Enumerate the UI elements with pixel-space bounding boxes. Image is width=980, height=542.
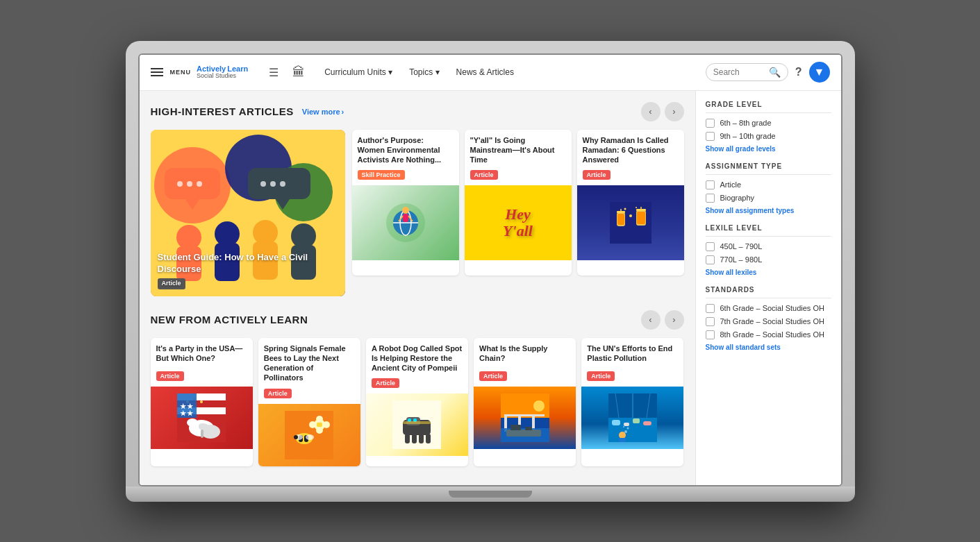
hi-article-img-0 bbox=[352, 185, 459, 260]
new-article-card-4[interactable]: The UN's Efforts to End Plastic Pollutio… bbox=[581, 338, 683, 466]
news-articles-link[interactable]: News & Articles bbox=[449, 63, 521, 81]
grade-6-8-checkbox[interactable] bbox=[706, 119, 715, 128]
svg-rect-102 bbox=[624, 423, 629, 426]
hamburger-menu-button[interactable] bbox=[151, 68, 163, 76]
new-article-img-2 bbox=[366, 393, 468, 456]
lexile-level-filter: LEXILE LEVEL 450L – 790L 770L – 980L Sho… bbox=[706, 224, 831, 276]
svg-rect-9 bbox=[248, 168, 310, 199]
new-article-title-3: What Is the Supply Chain? bbox=[479, 344, 570, 366]
standards-title: STANDARDS bbox=[706, 286, 831, 298]
hero-article-card[interactable]: Student Guide: How to Have a Civil Disco… bbox=[151, 130, 345, 296]
hero-image: Student Guide: How to Have a Civil Disco… bbox=[151, 130, 345, 296]
new-prev-button[interactable]: ‹ bbox=[641, 310, 661, 330]
hi-article-title-2: Why Ramadan Is Called Ramadan: 6 Questio… bbox=[583, 135, 679, 165]
standards-8th-label: 8th Grade – Social Studies OH bbox=[720, 330, 824, 339]
bookmark-icon[interactable]: ☰ bbox=[269, 66, 279, 79]
grade-9-10-checkbox[interactable] bbox=[706, 132, 715, 141]
right-sidebar: GRADE LEVEL 6th – 8th grade 9th – 10th g… bbox=[695, 91, 841, 485]
hero-article-label: Student Guide: How to Have a Civil Disco… bbox=[158, 252, 345, 289]
new-article-title-2: A Robot Dog Called Spot Is Helping Resto… bbox=[372, 344, 463, 373]
standards-6th-checkbox[interactable] bbox=[706, 304, 715, 313]
article-filter-label: Article bbox=[720, 180, 742, 189]
hi-article-card-0[interactable]: Author's Purpose: Women Environmental Ac… bbox=[352, 130, 459, 276]
search-bar[interactable]: 🔍 bbox=[706, 63, 788, 81]
new-article-card-0[interactable]: It's a Party in the USA— But Which One? … bbox=[151, 338, 253, 466]
new-article-card-3[interactable]: What Is the Supply Chain? Article bbox=[474, 338, 576, 466]
svg-rect-90 bbox=[504, 414, 518, 416]
hi-article-card-2[interactable]: Why Ramadan Is Called Ramadan: 6 Questio… bbox=[577, 130, 684, 276]
new-next-button[interactable]: › bbox=[665, 310, 684, 330]
lexile-770-980-checkbox[interactable] bbox=[706, 255, 715, 264]
grade-9-10-label: 9th – 10th grade bbox=[720, 132, 776, 140]
show-all-assignment-types[interactable]: Show all assignment types bbox=[706, 207, 831, 214]
svg-rect-84 bbox=[426, 434, 431, 443]
topics-link[interactable]: Topics ▾ bbox=[402, 63, 446, 81]
article-filter-item[interactable]: Article bbox=[706, 180, 831, 189]
user-avatar-icon: ▼ bbox=[814, 66, 825, 78]
svg-rect-96 bbox=[506, 430, 541, 437]
new-article-card-2[interactable]: A Robot Dog Called Spot Is Helping Resto… bbox=[366, 338, 468, 466]
help-button[interactable]: ? bbox=[795, 66, 802, 78]
standards-7th-label: 7th Grade – Social Studies OH bbox=[720, 317, 824, 325]
new-article-card-1[interactable]: Spring Signals Female Bees to Lay the Ne… bbox=[258, 338, 360, 466]
svg-rect-33 bbox=[617, 214, 624, 225]
search-icon: 🔍 bbox=[769, 67, 781, 78]
new-articles-grid: It's a Party in the USA— But Which One? … bbox=[151, 338, 684, 466]
lexile-level-title: LEXILE LEVEL bbox=[706, 224, 831, 237]
user-avatar-button[interactable]: ▼ bbox=[809, 62, 830, 83]
svg-point-42 bbox=[636, 207, 637, 208]
svg-rect-97 bbox=[510, 425, 521, 430]
curriculum-units-link[interactable]: Curriculum Units ▾ bbox=[317, 63, 399, 81]
hi-article-title-0: Author's Purpose: Women Environmental Ac… bbox=[358, 135, 454, 165]
standards-7th-checkbox[interactable] bbox=[706, 317, 715, 326]
svg-point-7 bbox=[187, 181, 192, 187]
lexile-450-790-filter-item[interactable]: 450L – 790L bbox=[706, 242, 831, 251]
new-article-img-3 bbox=[474, 387, 576, 449]
biography-filter-item[interactable]: Biography bbox=[706, 194, 831, 203]
lexile-770-980-label: 770L – 980L bbox=[720, 255, 763, 264]
new-article-img-4 bbox=[581, 387, 683, 449]
svg-rect-103 bbox=[633, 418, 640, 423]
hi-article-tag-2: Article bbox=[583, 170, 611, 180]
article-checkbox[interactable] bbox=[706, 180, 715, 189]
hi-prev-button[interactable]: ‹ bbox=[641, 102, 661, 121]
svg-point-14 bbox=[176, 225, 201, 250]
grade-6-8-filter-item[interactable]: 6th – 8th grade bbox=[706, 119, 831, 128]
lexile-450-790-checkbox[interactable] bbox=[706, 242, 715, 251]
new-article-tag-4: Article bbox=[587, 371, 615, 381]
grade-9-10-filter-item[interactable]: 9th – 10th grade bbox=[706, 132, 831, 141]
standards-8th-filter-item[interactable]: 8th Grade – Social Studies OH bbox=[706, 330, 831, 339]
svg-point-65 bbox=[317, 422, 322, 427]
svg-rect-28 bbox=[403, 214, 408, 222]
standards-6th-filter-item[interactable]: 6th Grade – Social Studies OH bbox=[706, 304, 831, 313]
search-input[interactable] bbox=[713, 67, 769, 77]
standards-7th-filter-item[interactable]: 7th Grade – Social Studies OH bbox=[706, 317, 831, 326]
biography-checkbox[interactable] bbox=[706, 194, 715, 203]
hi-articles-grid: Author's Purpose: Women Environmental Ac… bbox=[352, 130, 684, 296]
hi-next-button[interactable]: › bbox=[665, 102, 684, 121]
view-more-link[interactable]: View more › bbox=[302, 108, 344, 116]
show-all-standard-sets[interactable]: Show all standard sets bbox=[706, 344, 831, 351]
brand-logo[interactable]: Actively Learn Social Studies bbox=[197, 65, 248, 80]
svg-point-53 bbox=[200, 400, 203, 403]
new-article-title-0: It's a Party in the USA— But Which One? bbox=[156, 344, 247, 366]
new-article-top-2: A Robot Dog Called Spot Is Helping Resto… bbox=[366, 338, 468, 394]
school-building-icon[interactable]: 🏛 bbox=[292, 65, 305, 80]
show-all-grade-levels[interactable]: Show all grade levels bbox=[706, 145, 831, 153]
hi-article-top-1: "Y'all" Is Going Mainstream—It's About T… bbox=[465, 130, 572, 186]
hi-article-tag-0: Skill Practice bbox=[358, 170, 405, 180]
top-navigation: MENU Actively Learn Social Studies ☰ 🏛 C… bbox=[140, 55, 841, 91]
lexile-770-980-filter-item[interactable]: 770L – 980L bbox=[706, 255, 831, 264]
high-interest-header: HIGH-INTEREST ARTICLES View more › ‹ › bbox=[151, 102, 684, 121]
new-article-top-0: It's a Party in the USA— But Which One? … bbox=[151, 338, 253, 387]
hi-article-card-1[interactable]: "Y'all" Is Going Mainstream—It's About T… bbox=[465, 130, 572, 276]
standards-8th-checkbox[interactable] bbox=[706, 330, 715, 339]
app-container: MENU Actively Learn Social Studies ☰ 🏛 C… bbox=[140, 55, 841, 485]
svg-point-6 bbox=[177, 181, 183, 187]
new-article-top-3: What Is the Supply Chain? Article bbox=[474, 338, 576, 387]
laptop-base bbox=[126, 486, 855, 502]
svg-rect-104 bbox=[643, 421, 651, 425]
show-all-lexiles[interactable]: Show all lexiles bbox=[706, 269, 831, 276]
svg-rect-106 bbox=[619, 438, 626, 442]
svg-point-105 bbox=[619, 432, 626, 439]
